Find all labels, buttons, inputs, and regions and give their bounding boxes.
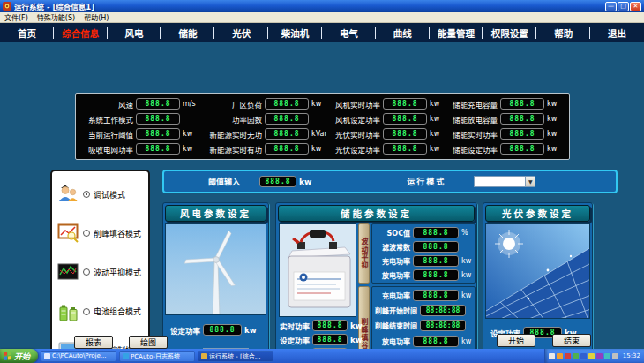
smoothing-strip-label: 波动平抑 <box>358 223 370 284</box>
run-mode-select[interactable]: ▼ <box>474 176 535 187</box>
led-display: 888.8 <box>500 98 544 110</box>
run-mode-label: 运行模式 <box>407 176 446 187</box>
tray-icon[interactable] <box>557 353 563 359</box>
led-display: 888.8 <box>136 113 180 125</box>
led-display: 888.8 <box>500 143 544 155</box>
storage-smoothing-group: SOC值888.8% 滤波常数888.8 充电功率888.8kw 放电功率888… <box>371 223 476 284</box>
storage-set-row: 设定功率888.8kw <box>280 334 363 345</box>
peak-end-row: 削峰结束时间88:88:88 <box>375 320 472 331</box>
taskbar-task-log-system[interactable]: PCAuto-日志系统 <box>119 351 195 362</box>
led-display: 888.8 <box>136 143 180 155</box>
mode-smoothing[interactable]: 波动平抑模式 <box>56 261 144 283</box>
led-display: 888.8 <box>136 98 180 110</box>
soc-display[interactable]: 888.8 <box>413 227 459 238</box>
metrics-panel: 风速888.8m/s 厂区负荷888.8kw 风机实时功率888.8kw 储能充… <box>75 93 570 160</box>
led-display: 888.8 <box>383 143 427 155</box>
tray-icon[interactable] <box>612 353 618 359</box>
peak-end-time-input[interactable]: 88:88:88 <box>420 320 466 331</box>
nav-solar[interactable]: 光伏 <box>214 26 268 40</box>
wave-chart-icon <box>56 261 79 283</box>
report-button[interactable]: 报表 <box>74 336 113 349</box>
solar-panel-title: 光伏参数设定 <box>485 205 590 222</box>
metric-wind-speed: 风速888.8m/s <box>80 98 200 110</box>
storage-soc-row: SOC值888.8% <box>375 227 472 238</box>
menu-special[interactable]: 特殊功能(S) <box>37 12 75 22</box>
tray-icon[interactable] <box>573 353 579 359</box>
nav-permissions[interactable]: 权限设置 <box>483 26 536 40</box>
charge-power-input[interactable]: 888.8 <box>413 255 459 267</box>
nav-energy-mgmt[interactable]: 能量管理 <box>430 26 483 40</box>
end-button[interactable]: 结束 <box>552 334 591 347</box>
maximize-icon[interactable]: ▢ <box>618 2 629 11</box>
folder-icon <box>44 353 50 359</box>
nav-home[interactable]: 首页 <box>0 26 54 40</box>
led-display: 888.8 <box>383 98 427 110</box>
nav-storage[interactable]: 储能 <box>161 26 214 40</box>
storage-realtime-row: 实时功率888.8kw <box>280 320 363 331</box>
radio-peak-shaving[interactable] <box>83 230 90 237</box>
nav-help[interactable]: 帮助 <box>536 26 590 40</box>
mode-peak-shaving[interactable]: 削峰填谷模式 <box>56 223 144 244</box>
threshold-input[interactable]: 888.8 <box>259 176 296 187</box>
battery-image <box>279 223 356 317</box>
tray-icon[interactable] <box>580 353 587 359</box>
nav-overview[interactable]: 综合信息 <box>54 26 108 40</box>
storage-set-input[interactable]: 888.8 <box>312 334 348 345</box>
draw-button[interactable]: 绘图 <box>129 336 168 349</box>
filter-input[interactable]: 888.8 <box>413 241 459 253</box>
storage-realtime-display: 888.8 <box>312 320 348 331</box>
tray-icon[interactable] <box>588 353 595 359</box>
nav-diesel[interactable]: 柴油机 <box>268 26 322 40</box>
led-display: 888.8 <box>265 128 309 140</box>
users-icon <box>56 184 79 205</box>
radio-debug[interactable] <box>83 191 90 198</box>
taskbar-clock[interactable]: 15:32 <box>623 352 640 359</box>
menu-file[interactable]: 文件(F) <box>4 12 28 22</box>
threshold-label: 阈值输入 <box>208 176 240 187</box>
peak-charge-input[interactable]: 888.8 <box>413 290 459 301</box>
radio-smoothing[interactable] <box>83 268 90 276</box>
wind-set-power-input[interactable]: 888.8 <box>203 324 242 336</box>
nav-curves[interactable]: 曲线 <box>376 26 430 40</box>
chevron-down-icon[interactable]: ▼ <box>525 177 535 186</box>
main-content: 风速888.8m/s 厂区负荷888.8kw 风机实时功率888.8kw 储能充… <box>0 42 644 349</box>
metric-wind-set-power: 风机设定功率888.8kw <box>329 113 447 125</box>
minimize-icon[interactable]: — <box>605 2 617 11</box>
radio-battery-combo[interactable] <box>83 308 90 315</box>
tray-icon[interactable] <box>604 353 610 359</box>
taskbar-task-run-system[interactable]: 运行系统 - [综合... <box>198 351 273 362</box>
storage-discharge-row: 放电功率888.8kw <box>375 269 472 281</box>
valley-discharge-row: 放电功率888.8kw <box>375 336 472 347</box>
app-icon <box>201 353 207 359</box>
mode-battery-combo[interactable]: 电池组合模式 <box>56 301 144 322</box>
mode-debug[interactable]: 调试模式 <box>56 184 144 205</box>
tray-icon[interactable] <box>596 353 603 359</box>
valley-discharge-input[interactable]: 888.8 <box>413 336 459 347</box>
peak-start-time-input[interactable]: 88:88:88 <box>420 305 466 316</box>
metric-system-mode: 系统工作模式888.8 <box>80 113 200 125</box>
metric-current-threshold: 当前运行阈值888.8kw <box>80 128 200 140</box>
led-display: 888.8 <box>500 113 544 125</box>
menu-help[interactable]: 帮助(H) <box>84 12 109 22</box>
discharge-power-input[interactable]: 888.8 <box>413 269 459 281</box>
nav-electric[interactable]: 电气 <box>322 26 376 40</box>
wind-set-power-row: 设定功率 888.8 kw <box>170 324 257 336</box>
wind-panel-title: 风电参数设定 <box>165 205 266 222</box>
close-icon[interactable]: ✕ <box>630 2 641 11</box>
start-menu-button[interactable]: 开始 <box>0 349 38 363</box>
battery-combo-icon <box>56 301 79 322</box>
nav-wind[interactable]: 风电 <box>108 26 161 40</box>
metric-plant-load: 厂区负荷888.8kw <box>200 98 329 110</box>
storage-panel-title: 储能参数设定 <box>278 205 475 222</box>
led-display: 888.8 <box>265 143 309 155</box>
start-button[interactable]: 开始 <box>497 334 535 347</box>
nav-exit[interactable]: 退出 <box>590 26 644 40</box>
tray-icon[interactable] <box>549 353 555 359</box>
system-tray: 15:32 <box>544 349 644 363</box>
windows-flag-icon <box>4 352 11 360</box>
peak-start-row: 削峰开始时间88:88:88 <box>375 305 472 316</box>
wind-panel: 风电参数设定 设定功率 888.8 kw <box>162 202 269 363</box>
wind-turbine-image <box>165 223 266 315</box>
taskbar-task-explorer[interactable]: C:\PCAuto\Proje... <box>41 351 116 362</box>
tray-icon[interactable] <box>565 353 571 359</box>
